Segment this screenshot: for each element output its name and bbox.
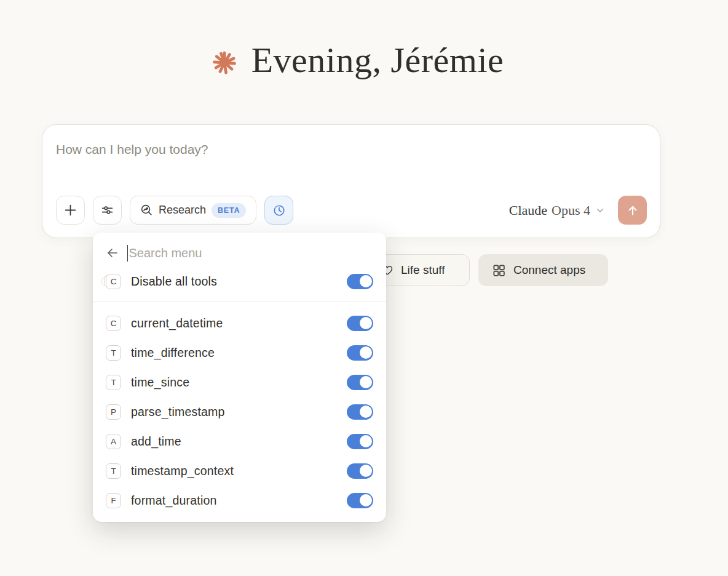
tool-letter-badge: C [106, 316, 121, 331]
prompt-input[interactable]: How can I help you today? [56, 142, 646, 157]
menu-divider [93, 302, 386, 302]
menu-search-input[interactable] [129, 246, 374, 260]
model-selector[interactable]: Claude Opus 4 [509, 202, 604, 218]
tool-letter-badge: F [106, 493, 121, 508]
apps-grid-icon [492, 263, 506, 278]
tools-settings-button[interactable] [93, 196, 122, 225]
tool-toggle[interactable] [347, 316, 373, 331]
tool-row-current-datetime[interactable]: C current_datetime [103, 308, 374, 338]
toggle-knob [360, 317, 372, 329]
connect-apps-label: Connect apps [513, 263, 585, 277]
tool-row-time-since[interactable]: T time_since [103, 367, 374, 397]
clock-history-icon [272, 204, 286, 217]
tool-row-timestamp-context[interactable]: T timestamp_context [103, 456, 374, 486]
tool-letter-badge: T [106, 375, 121, 390]
arrow-up-icon [626, 204, 639, 217]
stacked-tools-badge: C [106, 274, 121, 289]
claude-starburst-icon [211, 49, 238, 76]
tool-toggle[interactable] [347, 375, 373, 390]
tool-letter-badge: T [106, 463, 121, 479]
text-cursor [127, 245, 128, 262]
plus-icon [64, 204, 77, 217]
tool-row-parse-timestamp[interactable]: P parse_timestamp [103, 397, 374, 426]
toggle-knob [360, 406, 372, 418]
disable-all-tools-row[interactable]: C Disable all tools [103, 267, 374, 295]
research-button[interactable]: Research BETA [130, 196, 256, 225]
send-button[interactable] [618, 196, 647, 225]
tools-menu: C Disable all tools C current_datetime T… [93, 233, 386, 522]
tool-toggle[interactable] [347, 345, 373, 361]
toggle-knob [360, 346, 372, 359]
tool-toggle[interactable] [347, 404, 373, 420]
composer-card: How can I help you today? [42, 124, 660, 238]
tool-letter-badge: A [106, 434, 121, 449]
page-title: Evening, Jérémie [251, 39, 504, 81]
tool-row-format-duration[interactable]: F format_duration [103, 486, 374, 515]
toggle-knob [360, 275, 372, 287]
research-label: Research [159, 204, 206, 217]
menu-search-bar [103, 240, 374, 266]
toggle-knob [360, 494, 372, 506]
tool-letter-badge: T [106, 345, 121, 361]
life-stuff-label: Life stuff [401, 263, 445, 277]
tool-row-time-difference[interactable]: T time_difference [103, 338, 374, 367]
greeting: Evening, Jérémie [0, 39, 714, 81]
chevron-down-icon [596, 206, 604, 215]
back-arrow-icon[interactable] [106, 246, 119, 260]
connect-apps-button[interactable]: Connect apps [478, 254, 608, 286]
toggle-knob [360, 376, 372, 388]
tool-row-add-time[interactable]: A add_time [103, 426, 374, 456]
tool-letter-badge: P [106, 404, 121, 420]
tool-toggle[interactable] [347, 493, 373, 508]
beta-badge: BETA [212, 203, 246, 218]
model-name: Opus 4 [552, 202, 590, 218]
attach-button[interactable] [56, 196, 85, 225]
disable-all-tools-toggle[interactable] [347, 274, 373, 289]
composer-toolbar: Research BETA Claude Opus 4 [56, 196, 647, 225]
toggle-knob [360, 435, 372, 447]
model-brand: Claude [509, 202, 547, 218]
time-tools-button[interactable] [264, 196, 293, 225]
tool-toggle[interactable] [347, 434, 373, 449]
toggle-knob [360, 465, 372, 477]
research-magnifier-icon [140, 204, 153, 217]
sliders-icon [101, 204, 114, 217]
tool-toggle[interactable] [347, 463, 373, 479]
